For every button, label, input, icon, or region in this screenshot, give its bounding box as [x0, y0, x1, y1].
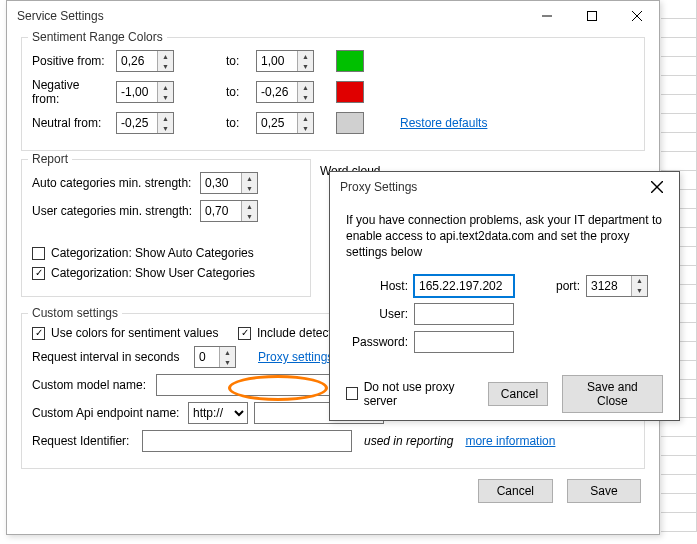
negative-to-label: to: [226, 85, 250, 99]
negative-from-spin[interactable]: ▲▼ [116, 81, 174, 103]
show-auto-checkbox[interactable]: Categorization: Show Auto Categories [32, 246, 254, 260]
proxy-host-input[interactable] [414, 275, 514, 297]
restore-defaults-link[interactable]: Restore defaults [400, 116, 487, 130]
proxy-title: Proxy Settings [340, 180, 634, 194]
negative-color-swatch[interactable] [336, 81, 364, 103]
proxy-settings-dialog: Proxy Settings If you have connection pr… [329, 171, 680, 421]
titlebar: Service Settings [7, 1, 659, 31]
neutral-to-spin[interactable]: ▲▼ [256, 112, 314, 134]
request-id-note: used in reporting [364, 434, 453, 448]
positive-to-label: to: [226, 54, 250, 68]
api-endpoint-label: Custom Api endpoint name: [32, 406, 182, 420]
positive-from-spin[interactable]: ▲▼ [116, 50, 174, 72]
proxy-host-label: Host: [346, 279, 408, 293]
report-group: Report Auto categories min. strength: ▲▼… [21, 159, 311, 297]
request-id-input[interactable] [142, 430, 352, 452]
api-protocol-select[interactable]: http:// [188, 402, 248, 424]
proxy-titlebar: Proxy Settings [330, 172, 679, 202]
neutral-from-label: Neutral from: [32, 116, 110, 130]
use-colors-label: Use colors for sentiment values [51, 326, 218, 340]
request-id-label: Request Identifier: [32, 434, 136, 448]
proxy-cancel-button[interactable]: Cancel [488, 382, 548, 406]
proxy-save-button[interactable]: Save and Close [562, 375, 663, 413]
custom-legend: Custom settings [28, 306, 122, 320]
auto-strength-label: Auto categories min. strength: [32, 176, 194, 190]
sentiment-legend: Sentiment Range Colors [28, 30, 167, 44]
negative-to-spin[interactable]: ▲▼ [256, 81, 314, 103]
show-user-label: Categorization: Show User Categories [51, 266, 255, 280]
use-colors-checkbox[interactable]: ✓Use colors for sentiment values [32, 326, 232, 340]
close-button[interactable] [614, 1, 659, 31]
negative-from-label: Negative from: [32, 78, 110, 106]
interval-spin[interactable]: ▲▼ [194, 346, 236, 368]
no-proxy-label: Do not use proxy server [364, 380, 476, 408]
sentiment-group: Sentiment Range Colors Positive from: ▲▼… [21, 37, 645, 151]
proxy-password-input[interactable] [414, 331, 514, 353]
interval-label: Request interval in seconds [32, 350, 188, 364]
user-strength-label: User categories min. strength: [32, 204, 194, 218]
proxy-close-button[interactable] [634, 172, 679, 202]
proxy-port-label: port: [556, 279, 580, 293]
model-name-label: Custom model name: [32, 378, 150, 392]
report-legend: Report [28, 152, 72, 166]
cancel-button[interactable]: Cancel [478, 479, 553, 503]
positive-to-spin[interactable]: ▲▼ [256, 50, 314, 72]
proxy-password-label: Password: [346, 335, 408, 349]
no-proxy-checkbox[interactable]: Do not use proxy server [346, 380, 476, 408]
neutral-color-swatch[interactable] [336, 112, 364, 134]
user-strength-spin[interactable]: ▲▼ [200, 200, 258, 222]
proxy-port-spin[interactable]: ▲▼ [586, 275, 648, 297]
proxy-user-label: User: [346, 307, 408, 321]
more-info-link[interactable]: more information [465, 434, 555, 448]
svg-rect-1 [587, 12, 596, 21]
auto-strength-spin[interactable]: ▲▼ [200, 172, 258, 194]
proxy-settings-link[interactable]: Proxy settings [258, 350, 333, 364]
neutral-from-spin[interactable]: ▲▼ [116, 112, 174, 134]
minimize-button[interactable] [524, 1, 569, 31]
proxy-user-input[interactable] [414, 303, 514, 325]
neutral-to-label: to: [226, 116, 250, 130]
show-user-checkbox[interactable]: ✓Categorization: Show User Categories [32, 266, 255, 280]
save-button[interactable]: Save [567, 479, 641, 503]
window-title: Service Settings [17, 9, 524, 23]
proxy-help-text: If you have connection problems, ask you… [346, 212, 663, 261]
positive-color-swatch[interactable] [336, 50, 364, 72]
show-auto-label: Categorization: Show Auto Categories [51, 246, 254, 260]
maximize-button[interactable] [569, 1, 614, 31]
positive-from-label: Positive from: [32, 54, 110, 68]
